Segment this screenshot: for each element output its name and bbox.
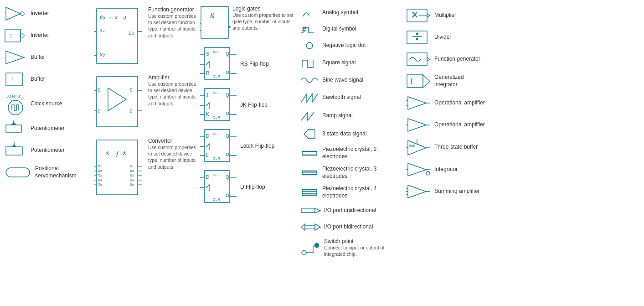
label-gen-integrator: Generalized integrator [434,74,464,88]
svg-marker-12 [11,122,16,125]
symbol-divider [405,29,431,46]
svg-text:L: L [206,153,209,158]
label-latch-flipflop: Latch Flip-flop [240,143,274,150]
symbol-op-amp1 [405,95,431,111]
item-neg-logic: Negative logic dot [299,39,403,52]
svg-text:f(x: f(x [100,15,106,20]
label-buffer2: Buffer [31,76,45,83]
item-op-amp1: Operational amplifier [403,94,531,112]
svg-text:#: # [302,26,306,33]
svg-point-138 [302,250,306,255]
label-divider: Divider [434,34,451,41]
svg-marker-134 [315,208,320,213]
svg-point-141 [314,243,319,248]
label-neg-logic: Negative logic dot [322,42,366,49]
svg-marker-160 [408,119,426,131]
svg-point-171 [426,171,430,175]
svg-marker-120 [304,130,315,139]
symbol-piezo3 [300,166,319,179]
item-multiplier: Multiplier [403,6,531,25]
svg-text:ₙ): ₙ) [123,15,126,20]
item-sawtooth-sig: Sawtooth signal [299,90,403,105]
svg-text:u₁: u₁ [129,30,134,36]
svg-marker-15 [11,144,17,147]
label-io-bi: I/O port bidirectional [324,223,373,231]
svg-marker-137 [315,224,320,230]
column-5: Multiplier Divider [403,5,531,259]
svg-point-66 [229,26,231,28]
symbol-jk-flipflop: J SET Q K CLR Q̄ [200,88,237,123]
label-sawtooth-sig: Sawtooth signal [322,94,361,101]
svg-point-119 [306,42,313,49]
item-integrator: Integrator [403,161,531,179]
column-4: Analog symbol # Digital symbol [299,5,403,259]
symbol-amplifier-large: 0 0 0 0 [94,74,144,130]
svg-text:xₙ: xₙ [98,182,102,187]
svg-text:Q̄: Q̄ [226,193,229,198]
symbol-inverter2: 1 [4,27,27,44]
funcgen-title: Function generator [148,6,197,13]
svg-rect-27 [97,77,138,127]
svg-text:x₂: x₂ [98,168,102,173]
funcgen-description: Use custom properties to set desired fun… [148,13,197,39]
svg-marker-154 [423,75,430,88]
svg-point-9 [8,100,23,115]
svg-text:S: S [206,52,209,57]
label-rs-flipflop: RS Flip-flop [240,61,269,68]
svg-text:SET: SET [213,50,220,54]
label-square-sig: Square signal [322,59,355,67]
item-divider: Divider [403,28,531,47]
symbol-buffer1 [4,49,27,66]
label-digital-sym: Digital symbol [322,26,356,33]
item-io-uni: I/O port unidirectional [299,204,403,217]
logic-gates-text: Logic gates Use custom properties to set… [232,5,297,31]
svg-text:0: 0 [98,88,101,93]
svg-marker-145 [427,14,430,17]
label-pot1: Potentiometer [31,125,65,132]
svg-marker-5 [6,51,24,64]
symbol-piezo2 [300,147,319,160]
label-servo: Positional servomechanism [35,165,77,179]
symbol-3state [300,128,319,140]
svg-marker-0 [6,7,21,20]
symbol-pot1 [4,120,27,137]
svg-text:*: * [106,149,110,161]
item-pot1: Potentiometer [2,119,93,138]
svg-marker-172 [408,185,426,198]
item-op-amp2: Operational amplifier [403,116,531,134]
amplifier-title: Amplifier [148,74,197,81]
svg-text:/: / [116,150,118,159]
svg-text:33 MHz: 33 MHz [6,94,21,99]
switch-pt-desc: Connect to input or output of integrated… [324,244,397,257]
svg-text:Q: Q [226,134,229,139]
item-summing-amp: Summing amplifier [403,182,531,201]
item-analog-sym: Analog symbol [299,6,403,19]
svg-rect-133 [301,209,315,213]
item-square-sig: Square signal [299,56,403,70]
symbol-buffer2: 1 [4,71,27,88]
svg-text:u₁: u₁ [130,164,134,168]
svg-rect-136 [305,225,315,229]
item-inverter2: 1 Inverter [2,26,93,45]
svg-marker-168 [408,163,426,176]
label-piezo3: Piezoelectric crystal, 3 electrodes [322,166,376,180]
converter-desc: Converter Use custom properties to set d… [148,138,197,170]
item-rs-flipflop: S SET Q R CLR Q̄ [198,46,299,83]
item-buffer2: 1 Buffer [2,70,93,88]
symbol-sine [300,75,319,86]
svg-text:0: 0 [98,109,101,114]
label-pot2: Potentiometer [31,147,65,154]
label-funcgen2: Function generator [434,56,480,63]
label-jk-flipflop: JK Flip-flop [240,102,268,109]
label-inverter2: Inverter [31,32,49,39]
svg-rect-153 [407,75,423,88]
symbol-integrator [405,161,431,178]
item-switch-pt: Switch point Connect to input or output … [299,237,403,259]
item-jk-flipflop: J SET Q K CLR Q̄ JK Flip-flop [198,87,299,124]
label-piezo4: Piezoelectric crystal, 4 electrodes [322,185,376,199]
svg-rect-16 [6,168,30,177]
svg-text:SET: SET [213,91,220,95]
svg-text:x₂: x₂ [99,52,105,58]
item-ramp-sig: Ramp signal [299,109,403,123]
label-three-buf: Three-state buffer [434,144,478,151]
